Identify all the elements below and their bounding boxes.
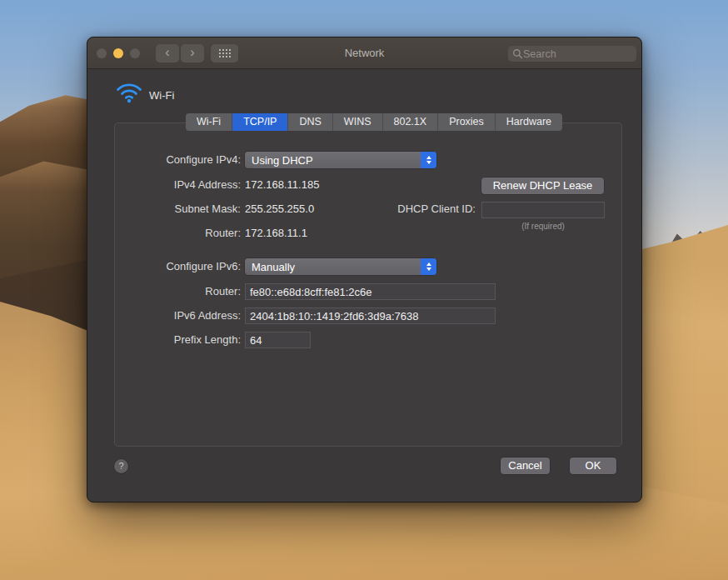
wifi-icon (116, 82, 142, 103)
configure-ipv6-popup[interactable]: Manually (245, 258, 436, 275)
tab-wins[interactable]: WINS (333, 113, 383, 131)
dhcp-client-id-hint: (If required) (481, 222, 605, 231)
dhcp-client-id-input[interactable] (481, 202, 605, 218)
popup-updown-icon (421, 258, 436, 275)
search-field[interactable] (508, 46, 636, 62)
configure-ipv4-value: Using DHCP (245, 154, 421, 167)
prefix-length-input[interactable] (245, 332, 311, 348)
search-input[interactable] (523, 48, 632, 60)
subnet-mask-value: 255.255.255.0 (245, 202, 314, 215)
tab-dns[interactable]: DNS (288, 113, 332, 131)
configure-ipv4-popup[interactable]: Using DHCP (245, 152, 436, 168)
ipv6-router-label: Router: (99, 285, 241, 298)
ipv4-router-label: Router: (99, 227, 241, 239)
subnet-mask-label: Subnet Mask: (99, 202, 241, 215)
ipv4-address-label: IPv4 Address: (99, 178, 241, 191)
tab-hardware[interactable]: Hardware (496, 113, 562, 131)
tab-proxies[interactable]: Proxies (438, 113, 496, 131)
help-button[interactable]: ? (114, 459, 128, 473)
cancel-button[interactable]: Cancel (501, 458, 550, 474)
prefix-length-label: Prefix Length: (99, 333, 241, 346)
tab-bar: Wi-Fi TCP/IP DNS WINS 802.1X Proxies Har… (186, 113, 562, 131)
network-preferences-window: ‹ › Network Wi-Fi Wi-Fi TCP/IP DNS WINS (87, 37, 642, 502)
ipv4-address-value: 172.168.11.185 (245, 178, 319, 191)
renew-dhcp-lease-button[interactable]: Renew DHCP Lease (481, 178, 604, 194)
popup-updown-icon (421, 152, 436, 168)
tab-wifi[interactable]: Wi-Fi (186, 113, 232, 131)
configure-ipv6-value: Manually (245, 261, 421, 273)
titlebar: ‹ › Network (87, 38, 641, 69)
ok-button[interactable]: OK (570, 458, 616, 474)
configure-ipv4-label: Configure IPv4: (99, 153, 241, 166)
tab-8021x[interactable]: 802.1X (383, 113, 439, 131)
tab-tcpip[interactable]: TCP/IP (232, 113, 288, 131)
service-name-label: Wi-Fi (149, 89, 174, 102)
configure-ipv6-label: Configure IPv6: (99, 260, 241, 272)
ipv4-router-value: 172.168.11.1 (245, 227, 307, 239)
ipv6-router-input[interactable] (245, 283, 496, 300)
ipv6-address-label: IPv6 Address: (99, 309, 241, 322)
search-icon (512, 48, 523, 59)
ipv6-address-input[interactable] (245, 308, 496, 324)
dhcp-client-id-label: DHCP Client ID: (334, 202, 476, 215)
window-content: Wi-Fi Wi-Fi TCP/IP DNS WINS 802.1X Proxi… (87, 69, 641, 502)
